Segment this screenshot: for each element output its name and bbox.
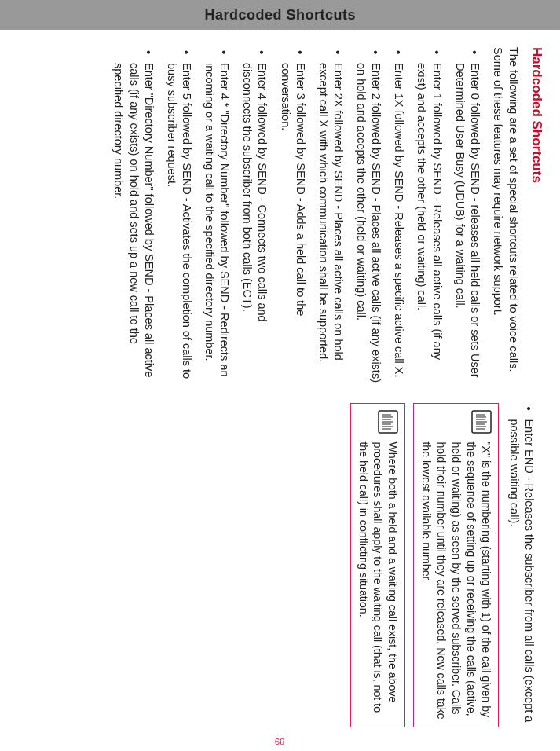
section-title: Hardcoded Shortcuts (529, 47, 544, 384)
list-item: Enter 1X followed by SEND - Releases a s… (391, 47, 406, 384)
list-item: Enter 4 * "Directory Number" followed by… (202, 47, 232, 384)
sidebar-tab-label: Hardcoded Shortcuts (204, 7, 356, 24)
list-item: Enter "Directory Number" followed by SEN… (111, 47, 156, 384)
note-text: Where both a held and a waiting call exi… (356, 441, 401, 720)
intro-text: The following are a set of special short… (490, 47, 521, 384)
list-item: Enter 5 followed by SEND - Activates the… (164, 47, 194, 384)
list-item: Enter END - Releases the subscriber from… (507, 403, 536, 727)
bullet-list-right: Enter END - Releases the subscriber from… (507, 403, 536, 727)
list-item: Enter 1 followed by SEND - Releases all … (414, 47, 444, 384)
right-column: Enter END - Releases the subscriber from… (16, 403, 544, 727)
bullet-list-left: Enter 0 followed by SEND - releases all … (111, 47, 482, 384)
note-text: "X" is the numbering (starting with 1) o… (419, 441, 492, 720)
list-item: Enter 2X followed by SEND - Places all a… (316, 47, 346, 384)
sidebar-tab: Hardcoded Shortcuts (0, 0, 560, 30)
list-item: Enter 3 followed by SEND - Adds a held c… (278, 47, 308, 384)
note-box: Where both a held and a waiting call exi… (350, 403, 406, 727)
page-number: 89 (275, 737, 284, 746)
left-column: Hardcoded Shortcuts The following are a … (16, 47, 544, 384)
list-item: Enter 0 followed by SEND - releases all … (452, 47, 482, 384)
page: Hardcoded Shortcuts Hardcoded Shortcuts … (0, 0, 560, 751)
content-area: Hardcoded Shortcuts The following are a … (0, 30, 560, 751)
note-icon (378, 410, 398, 434)
note-box: "X" is the numbering (starting with 1) o… (413, 403, 498, 727)
list-item: Enter 4 followed by SEND - Connects two … (240, 47, 269, 384)
list-item: Enter 2 followed by SEND - Places all ac… (353, 47, 383, 384)
note-icon (471, 410, 492, 434)
